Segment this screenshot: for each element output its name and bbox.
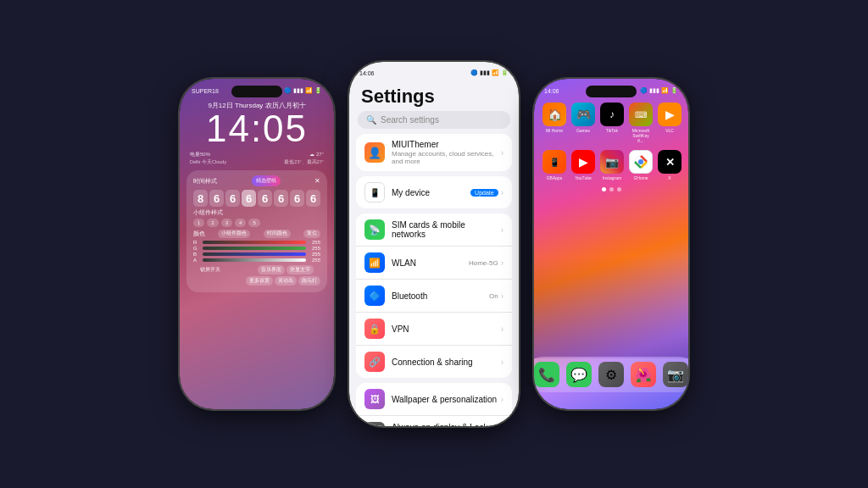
chevron-vpn-icon: › (501, 324, 504, 334)
highlight-btn[interactable]: 突显文字 (287, 265, 314, 274)
slider-r: R 255 (193, 240, 320, 245)
g-track[interactable] (203, 247, 306, 250)
tiktok-label: TikTok (606, 128, 618, 133)
my-device-row[interactable]: 📱 My device Update › (356, 176, 512, 208)
dock-camera[interactable]: 📷 (663, 362, 688, 387)
update-badge[interactable]: Update (470, 189, 498, 197)
ig-label: Instagram (603, 175, 621, 180)
lockscreen-label: Always-on display & Lock screen (392, 423, 501, 426)
yt-label: YouTube (575, 175, 592, 180)
app-vlc[interactable]: ▶ VLC (658, 103, 682, 143)
lockscreen-icon: 🔐 (364, 422, 385, 426)
sim-label: SIM cards & mobile networks (392, 220, 501, 239)
settings-status-icons: 🔵 ▮▮▮ 📶 🔋 (470, 69, 509, 76)
featured-button[interactable]: 精选壁纸 (252, 175, 281, 186)
notch (231, 86, 282, 97)
bt-status: On (489, 292, 498, 300)
bluetooth-row[interactable]: 🔷 Bluetooth On › (356, 280, 512, 313)
battery-label: 电量50% (190, 151, 210, 158)
more-settings-btn[interactable]: 更多设置 (246, 276, 273, 286)
mi-home-icon: 🏠 (542, 103, 566, 126)
color-row: 颜色 小组件颜色 时间颜色 复位 (193, 230, 320, 238)
search-bar[interactable]: 🔍 Search settings (358, 111, 510, 129)
miui-text: MIUIThemer Manage accounts, cloud servic… (392, 140, 501, 165)
chevron-wlan-icon: › (501, 258, 504, 268)
chevron-wallpaper-icon: › (501, 395, 504, 404)
wlan-network: Home-5G (469, 259, 498, 267)
time-color-btn[interactable]: 时间颜色 (264, 230, 291, 238)
reset-btn[interactable]: 复位 (303, 230, 320, 238)
app-mi-home[interactable]: 🏠 Mi Home (542, 103, 566, 143)
a-track[interactable] (203, 258, 306, 262)
music-btn[interactable]: 音乐界面 (258, 265, 285, 274)
wlan-row[interactable]: 📶 WLAN Home-5G › (356, 247, 512, 280)
digit-4[interactable]: 6 (258, 190, 272, 207)
vpn-label: VPN (392, 324, 501, 334)
digit-3-active[interactable]: 6 (242, 190, 256, 207)
app-x[interactable]: ✕ X (658, 150, 682, 180)
app-chrome[interactable]: GHome (629, 150, 653, 180)
miui-icon: 👤 (364, 142, 385, 163)
bluetooth-icon: 🔷 (364, 286, 385, 306)
app-youtube[interactable]: ▶ YouTube (571, 150, 595, 180)
connection-row[interactable]: 🔗 Connection & sharing › (356, 346, 512, 378)
widget-1[interactable]: 1 (193, 219, 204, 227)
widget-5[interactable]: 5 (248, 219, 259, 227)
yt-icon: ▶ (571, 150, 595, 174)
app-tiktok[interactable]: ♪ TikTok (600, 103, 624, 143)
app-microsoft[interactable]: ⌨ Microsoft SwiftKey K... (629, 103, 653, 143)
games-label: Games (576, 128, 590, 133)
chrome-label: GHome (633, 175, 648, 180)
lock-switch-buttons: 音乐界面 突显文字 (258, 265, 314, 274)
device-label: My device (392, 188, 470, 197)
widget-color-btn[interactable]: 小组件颜色 (218, 230, 250, 238)
gbapps-label: GBApps (547, 175, 563, 180)
widget-3[interactable]: 3 (221, 219, 232, 227)
widget-4[interactable]: 4 (235, 219, 246, 227)
notch2 (409, 69, 459, 79)
wlan-label: WLAN (392, 258, 469, 268)
sim-row[interactable]: 📡 SIM cards & mobile networks › (356, 214, 512, 247)
app-instagram[interactable]: 📷 Instagram (600, 150, 624, 180)
vlc-label: VLC (665, 128, 674, 133)
app-games[interactable]: 🎮 Games (571, 103, 595, 143)
notch3 (586, 86, 637, 97)
connection-icon: 🔗 (364, 352, 385, 372)
miui-themer-row[interactable]: 👤 MIUIThemer Manage accounts, cloud serv… (356, 134, 512, 171)
run-light-btn[interactable]: 跑马灯 (298, 276, 320, 286)
dock-settings[interactable]: ⚙ (598, 362, 624, 387)
wlan-right: Home-5G › (469, 258, 504, 268)
r-track[interactable] (203, 241, 306, 244)
digit-0[interactable]: 8 (193, 190, 208, 207)
dot-1 (602, 187, 606, 191)
search-icon: 🔍 (366, 115, 376, 125)
home-time: 14:06 (544, 88, 559, 94)
anim-btn[interactable]: 灵动岛 (275, 276, 297, 286)
bt-right: On › (489, 291, 504, 301)
vpn-row[interactable]: 🔒 VPN › (356, 313, 512, 346)
slider-b: B 255 (193, 252, 320, 257)
dock-phone[interactable]: 📞 (534, 362, 559, 387)
wallpaper-gradient (534, 257, 688, 358)
digit-6[interactable]: 6 (290, 190, 304, 207)
dock-messages[interactable]: 💬 (566, 362, 592, 387)
miui-label: MIUIThemer (392, 140, 501, 149)
dock: 📞 💬 ⚙ 🌺 📷 (534, 357, 688, 392)
close-icon[interactable]: ✕ (314, 177, 320, 185)
lockscreen-row[interactable]: 🔐 Always-on display & Lock screen › (356, 416, 512, 426)
b-track[interactable] (203, 252, 306, 256)
digit-5[interactable]: 6 (274, 190, 288, 207)
digit-7[interactable]: 6 (306, 190, 320, 207)
chevron-connection-icon: › (501, 358, 504, 367)
x-label: X (668, 175, 670, 180)
chevron-sim-icon: › (501, 225, 504, 235)
app-gbapps[interactable]: 📱 GBApps (542, 150, 566, 180)
wallpaper-row[interactable]: 🖼 Wallpaper & personalization › (356, 383, 512, 416)
digit-row: 8 6 6 6 6 6 6 6 (193, 190, 320, 207)
dock-photos[interactable]: 🌺 (631, 362, 656, 387)
widget-2[interactable]: 2 (207, 219, 218, 227)
weather-detail: Delhi 今天Cloudy 最低23°、最高27° (180, 159, 334, 165)
sim-text: SIM cards & mobile networks (392, 220, 501, 239)
digit-1[interactable]: 6 (209, 190, 224, 207)
digit-2[interactable]: 6 (225, 190, 240, 207)
